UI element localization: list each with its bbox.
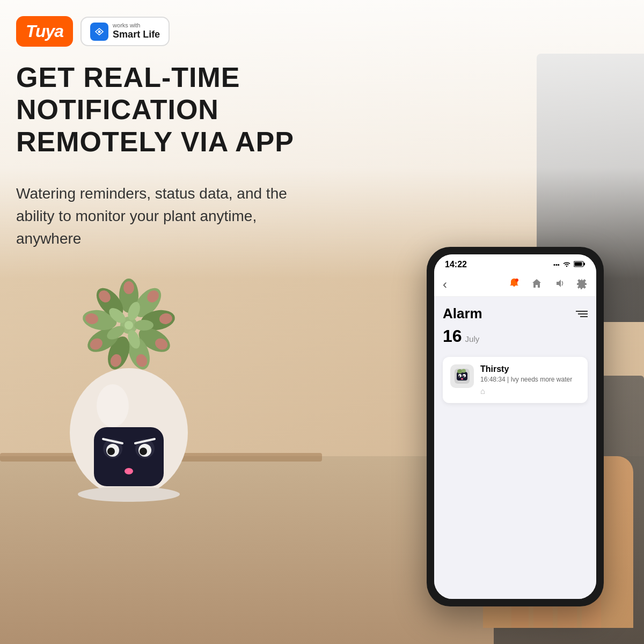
bell-icon[interactable] (508, 277, 520, 292)
svg-point-50 (463, 376, 465, 377)
svg-point-43 (515, 279, 518, 282)
smartlife-name-label: Smart Life (113, 29, 160, 41)
tuya-badge: Tuya (16, 16, 73, 47)
date-month-label: July (465, 334, 480, 343)
phone-device: 14:22 ▪▪▪ (427, 247, 604, 606)
date-row: 16 July (443, 326, 588, 346)
menu-line-2 (578, 313, 588, 314)
wifi-icon (562, 261, 571, 269)
svg-point-1 (98, 30, 101, 33)
app-content: Alarm 16 July (434, 297, 596, 599)
settings-icon[interactable] (576, 277, 588, 292)
svg-point-28 (97, 384, 129, 427)
app-topbar: ‹ (434, 273, 596, 297)
svg-rect-42 (575, 262, 582, 266)
notification-plant-icon (450, 364, 474, 388)
tuya-logo: Tuya (26, 21, 63, 41)
battery-icon (574, 261, 586, 269)
smartlife-text-block: works with Smart Life (113, 22, 160, 41)
app-nav-icons (508, 277, 588, 292)
svg-rect-41 (584, 262, 586, 265)
svg-rect-29 (94, 427, 164, 486)
brand-badges: Tuya works with Smart Life (16, 16, 170, 47)
notification-home-icon: ⌂ (480, 386, 580, 396)
notification-title: Thirsty (480, 364, 580, 374)
svg-point-38 (125, 468, 133, 474)
sound-icon[interactable] (553, 277, 565, 292)
smartlife-badge: works with Smart Life (80, 17, 170, 46)
menu-line-3 (580, 316, 588, 317)
svg-point-33 (107, 448, 115, 455)
smartlife-icon (90, 23, 108, 41)
home-icon[interactable] (531, 277, 543, 292)
headline-line2: REMOTELY VIA APP (16, 126, 327, 158)
filter-menu-icon[interactable] (576, 311, 588, 317)
status-time: 14:22 (445, 260, 467, 269)
phone-status-bar: 14:22 ▪▪▪ (434, 254, 596, 273)
svg-point-22 (134, 320, 153, 331)
status-icons: ▪▪▪ (553, 261, 586, 269)
svg-point-48 (459, 376, 460, 377)
svg-point-53 (462, 369, 466, 373)
svg-point-39 (78, 487, 180, 502)
notification-time: 16:48:34 | Ivy needs more water (480, 376, 580, 383)
back-button[interactable]: ‹ (443, 277, 447, 292)
svg-point-37 (140, 448, 147, 455)
notification-card[interactable]: Thirsty 16:48:34 | Ivy needs more water … (443, 357, 588, 403)
headline-block: GET REAL-TIME NOTIFICATION REMOTELY VIA … (16, 62, 327, 158)
notification-body: Thirsty 16:48:34 | Ivy needs more water … (480, 364, 580, 396)
alarm-section-title: Alarm (443, 305, 482, 322)
svg-point-26 (125, 321, 133, 330)
headline-text: GET REAL-TIME NOTIFICATION REMOTELY VIA … (16, 62, 327, 158)
date-day-number: 16 (443, 326, 462, 346)
svg-point-11 (123, 281, 134, 294)
phone-screen: 14:22 ▪▪▪ (434, 254, 596, 599)
alarm-header-row: Alarm (443, 305, 588, 322)
headline-line1: GET REAL-TIME NOTIFICATION (16, 62, 327, 126)
smartlife-works-label: works with (113, 22, 160, 29)
robot-plant-pot (43, 229, 215, 510)
svg-point-51 (461, 378, 463, 380)
menu-line-1 (576, 311, 588, 312)
signal-icon: ▪▪▪ (553, 261, 560, 268)
phone-mockup-container: 14:22 ▪▪▪ (402, 247, 628, 606)
